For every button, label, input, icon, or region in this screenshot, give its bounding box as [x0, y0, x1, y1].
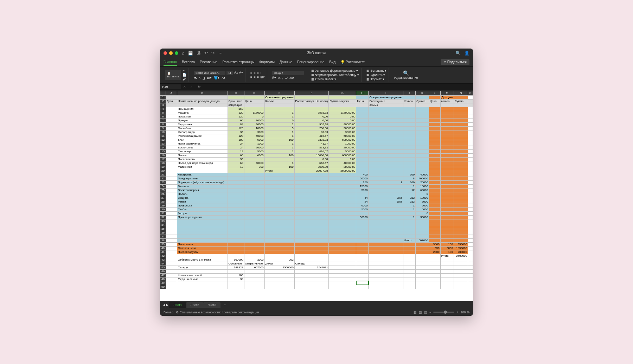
cell[interactable]: Итого: [440, 254, 454, 258]
cell[interactable]: [244, 219, 264, 223]
cell[interactable]: [244, 95, 264, 99]
cell[interactable]: [415, 262, 429, 266]
cell[interactable]: [415, 269, 429, 273]
cell[interactable]: [468, 242, 473, 246]
cell[interactable]: [429, 235, 441, 238]
cell[interactable]: 10000: [244, 126, 264, 130]
copy-icon[interactable]: 📄: [183, 73, 186, 77]
cell[interactable]: Пчелопродукты: [177, 250, 228, 254]
cell[interactable]: [228, 180, 244, 184]
cell[interactable]: [264, 177, 294, 180]
cell[interactable]: 80000: [244, 122, 264, 126]
cell[interactable]: [356, 153, 369, 157]
cell[interactable]: 40000: [244, 161, 264, 165]
cell[interactable]: [440, 134, 454, 138]
cell[interactable]: [244, 227, 264, 231]
cell[interactable]: 2609000,00: [329, 169, 356, 173]
cell[interactable]: [356, 238, 369, 242]
cell[interactable]: [429, 277, 441, 281]
cell[interactable]: [468, 277, 473, 281]
cell[interactable]: [440, 192, 454, 196]
cell[interactable]: 36: [228, 157, 244, 161]
cell[interactable]: 90000: [244, 119, 264, 122]
cell[interactable]: 0: [415, 211, 429, 215]
cell[interactable]: [166, 246, 177, 250]
cell[interactable]: [166, 138, 177, 142]
cell[interactable]: [356, 103, 369, 107]
name-box[interactable]: H49: [160, 84, 181, 89]
cell[interactable]: [468, 223, 473, 227]
cell[interactable]: 36: [228, 130, 244, 134]
cell[interactable]: 1950000: [454, 246, 468, 250]
cell[interactable]: [454, 277, 468, 281]
row-header[interactable]: 27: [160, 196, 166, 200]
cell[interactable]: 5000: [244, 149, 264, 153]
cell[interactable]: [329, 231, 356, 235]
cell[interactable]: [356, 149, 369, 153]
cell[interactable]: [228, 254, 244, 258]
cell[interactable]: [166, 130, 177, 134]
cell[interactable]: 1150000,00: [329, 111, 356, 115]
cell[interactable]: [294, 281, 329, 285]
row-header[interactable]: 31: [160, 211, 166, 215]
cell[interactable]: [228, 184, 244, 188]
cell[interactable]: [440, 126, 454, 130]
cell[interactable]: 607000: [244, 266, 264, 269]
cell[interactable]: [403, 146, 415, 149]
cell[interactable]: [356, 107, 369, 111]
cell[interactable]: Фильтр меда: [177, 130, 228, 134]
cell[interactable]: [454, 188, 468, 192]
spreadsheet-grid[interactable]: ABCDEFGHIJKLMNO1Основные средстваОперати…: [160, 91, 473, 301]
cell[interactable]: [415, 107, 429, 111]
cell[interactable]: [440, 107, 454, 111]
ribbon-tab-8[interactable]: 💡 Расскажите: [340, 59, 365, 65]
cell[interactable]: [264, 223, 294, 227]
row-header[interactable]: 45: [160, 266, 166, 269]
cell[interactable]: [429, 215, 441, 219]
cell[interactable]: [329, 281, 356, 285]
cell[interactable]: 1: [403, 207, 415, 211]
cell[interactable]: [264, 180, 294, 184]
cell[interactable]: Оперативные средства: [369, 95, 403, 99]
row-header[interactable]: 42: [160, 254, 166, 258]
row-header[interactable]: 16: [160, 153, 166, 157]
row-header[interactable]: 10: [160, 130, 166, 134]
cell[interactable]: [454, 231, 468, 235]
cell[interactable]: [454, 196, 468, 200]
underline-button[interactable]: Ч: [203, 76, 205, 79]
cell[interactable]: [244, 242, 264, 246]
cell[interactable]: [356, 277, 369, 281]
cell[interactable]: 2500000: [264, 266, 294, 269]
cell[interactable]: [369, 227, 403, 231]
cell[interactable]: [264, 188, 294, 192]
cell[interactable]: [369, 207, 403, 211]
cell[interactable]: 54: [356, 196, 369, 200]
cell[interactable]: [454, 211, 468, 215]
cell[interactable]: 202: [264, 258, 294, 262]
cell[interactable]: [244, 250, 264, 254]
cell[interactable]: [429, 238, 441, 242]
col-header[interactable]: F: [294, 91, 329, 95]
row-header[interactable]: 35: [160, 227, 166, 231]
cell[interactable]: 15000: [415, 184, 429, 188]
cell[interactable]: [369, 192, 403, 196]
cell[interactable]: [356, 169, 369, 173]
cell[interactable]: [468, 250, 473, 254]
cell[interactable]: [429, 142, 441, 146]
cell[interactable]: [454, 122, 468, 126]
cell[interactable]: [369, 165, 403, 169]
cell[interactable]: [369, 169, 403, 173]
cell[interactable]: [177, 269, 228, 273]
cell[interactable]: [415, 258, 429, 262]
cell[interactable]: [440, 285, 454, 289]
cell[interactable]: [356, 122, 369, 126]
cell[interactable]: [403, 223, 415, 227]
cell[interactable]: 20000,00: [329, 146, 356, 149]
cell[interactable]: [403, 273, 415, 277]
cell[interactable]: [403, 161, 415, 165]
minimize-icon[interactable]: [169, 51, 173, 55]
cell[interactable]: 200000: [454, 250, 468, 254]
cell[interactable]: Вощина: [177, 196, 228, 200]
cell[interactable]: 84: [228, 122, 244, 126]
cell[interactable]: [356, 146, 369, 149]
